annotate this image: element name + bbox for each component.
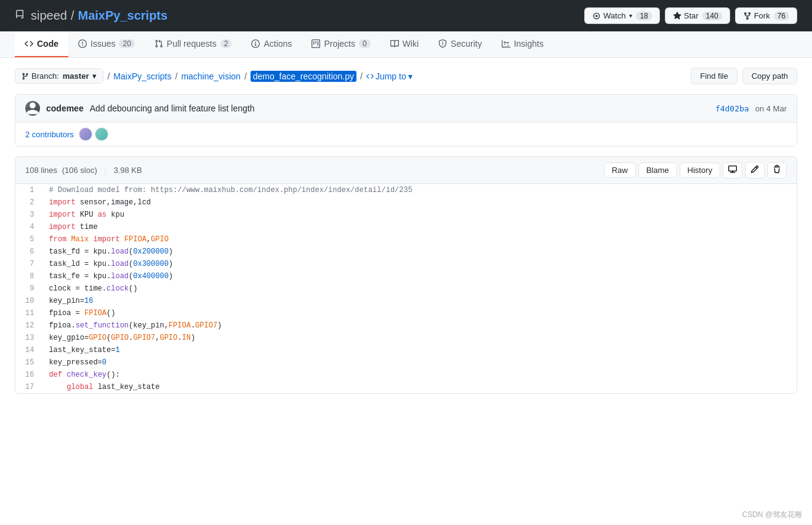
raw-button[interactable]: Raw <box>604 162 636 178</box>
commit-author-avatar <box>25 101 40 116</box>
table-row: 16 def check_key(): <box>15 369 797 381</box>
branch-label: Branch: <box>31 71 59 81</box>
star-button[interactable]: Star 140 <box>665 7 730 24</box>
table-row: 8 task_fe = kpu.load(0x400000) <box>15 270 797 283</box>
line-num[interactable]: 9 <box>15 283 44 295</box>
line-num[interactable]: 16 <box>15 369 44 381</box>
line-num[interactable]: 12 <box>15 319 44 332</box>
tab-bar: Code Issues 20 Pull requests 2 Actions P… <box>0 31 812 58</box>
tab-insights[interactable]: Insights <box>492 31 553 57</box>
tab-projects-badge: 0 <box>359 39 371 48</box>
repo-owner[interactable]: sipeed <box>31 9 67 23</box>
file-lines: 108 lines <box>25 166 57 175</box>
top-actions: Watch ▾ 18 Star 140 Fork 76 <box>584 7 797 24</box>
table-row: 12 fpioa.set_function(key_pin,FPIOA.GPIO… <box>15 319 797 332</box>
blame-button[interactable]: Blame <box>638 162 677 178</box>
line-num[interactable]: 3 <box>15 209 44 221</box>
fork-button[interactable]: Fork 76 <box>735 7 797 24</box>
tab-pr-badge: 2 <box>220 39 232 48</box>
file-meta: 108 lines (106 sloc) | 3.98 KB <box>25 166 142 175</box>
table-row: 5 from Maix import FPIOA,GPIO <box>15 233 797 246</box>
line-num[interactable]: 15 <box>15 356 44 369</box>
line-num[interactable]: 11 <box>15 307 44 319</box>
tab-wiki[interactable]: Wiki <box>380 31 428 57</box>
breadcrumb-repo[interactable]: MaixPy_scripts <box>113 71 171 81</box>
file-header: 108 lines (106 sloc) | 3.98 KB Raw Blame… <box>15 157 797 184</box>
line-num[interactable]: 4 <box>15 221 44 233</box>
line-code: key_pressed=0 <box>44 356 797 369</box>
line-num[interactable]: 5 <box>15 233 44 246</box>
breadcrumb-sep-2: / <box>175 71 177 81</box>
line-num[interactable]: 14 <box>15 344 44 356</box>
tab-security-label: Security <box>451 39 482 49</box>
line-num[interactable]: 10 <box>15 295 44 307</box>
star-label: Star <box>684 11 699 20</box>
branch-selector[interactable]: Branch: master ▾ <box>15 68 103 84</box>
tab-actions[interactable]: Actions <box>241 31 302 57</box>
table-row: 9 clock = time.clock() <box>15 283 797 295</box>
contrib-avatar-2 <box>95 127 108 141</box>
tab-code[interactable]: Code <box>15 31 68 57</box>
commit-hash[interactable]: f4d02ba <box>715 104 749 113</box>
line-num[interactable]: 8 <box>15 270 44 283</box>
find-file-button[interactable]: Find file <box>691 68 738 84</box>
tab-projects[interactable]: Projects 0 <box>302 31 380 57</box>
file-size: 3.98 KB <box>113 166 142 175</box>
line-code: from Maix import FPIOA,GPIO <box>44 233 797 246</box>
line-code: global last_key_state <box>44 381 797 393</box>
code-table: 1 # Download model from: https://www.mai… <box>15 184 797 393</box>
line-code: import KPU as kpu <box>44 209 797 221</box>
tab-issues-label: Issues <box>90 39 115 49</box>
tab-insights-label: Insights <box>514 39 544 49</box>
watch-button[interactable]: Watch ▾ 18 <box>584 7 660 24</box>
edit-icon-button[interactable] <box>745 162 765 178</box>
line-code: key_pin=16 <box>44 295 797 307</box>
commit-section: codemee Add debouncing and limit feature… <box>15 94 797 146</box>
table-row: 15 key_pressed=0 <box>15 356 797 369</box>
watch-count: 18 <box>636 12 651 20</box>
tab-projects-label: Projects <box>324 39 355 49</box>
tab-code-label: Code <box>37 39 58 49</box>
table-row: 10 key_pin=16 <box>15 295 797 307</box>
watch-label: Watch <box>603 11 625 20</box>
line-num[interactable]: 7 <box>15 258 44 270</box>
desktop-icon-button[interactable] <box>723 162 742 178</box>
breadcrumb-sep-4: / <box>360 71 363 81</box>
commit-left: codemee Add debouncing and limit feature… <box>25 101 254 116</box>
line-num[interactable]: 2 <box>15 196 44 209</box>
contrib-avatar-1 <box>79 127 92 141</box>
line-num[interactable]: 17 <box>15 381 44 393</box>
commit-right: f4d02ba on 4 Mar <box>715 104 787 113</box>
line-num[interactable]: 6 <box>15 246 44 258</box>
line-code: import sensor,image,lcd <box>44 196 797 209</box>
tab-issues[interactable]: Issues 20 <box>68 31 145 57</box>
table-row: 4 import time <box>15 221 797 233</box>
contributors-count[interactable]: 2 contributors <box>25 130 74 139</box>
breadcrumb-sep-3: / <box>244 71 247 81</box>
tab-security[interactable]: Security <box>428 31 492 57</box>
table-row: 14 last_key_state=1 <box>15 344 797 356</box>
line-code: task_fe = kpu.load(0x400000) <box>44 270 797 283</box>
breadcrumb-current-file: demo_face_recognition.py <box>251 71 356 82</box>
table-row: 2 import sensor,image,lcd <box>15 196 797 209</box>
file-view: 108 lines (106 sloc) | 3.98 KB Raw Blame… <box>15 156 797 394</box>
repo-name[interactable]: MaixPy_scripts <box>78 9 168 23</box>
jump-to-chevron: ▾ <box>408 71 412 81</box>
line-code: task_fd = kpu.load(0x200000) <box>44 246 797 258</box>
line-code: clock = time.clock() <box>44 283 797 295</box>
line-num[interactable]: 13 <box>15 332 44 344</box>
delete-icon-button[interactable] <box>767 162 787 178</box>
jump-to-link[interactable]: Jump to ▾ <box>366 71 412 81</box>
repo-separator: / <box>71 9 74 23</box>
tab-pull-requests[interactable]: Pull requests 2 <box>145 31 242 57</box>
breadcrumb-folder[interactable]: machine_vision <box>181 71 241 81</box>
commit-date: on 4 Mar <box>755 104 787 113</box>
line-code: task_ld = kpu.load(0x300000) <box>44 258 797 270</box>
breadcrumb: Branch: master ▾ / MaixPy_scripts / mach… <box>15 68 412 84</box>
copy-path-button[interactable]: Copy path <box>742 68 797 84</box>
commit-author-name[interactable]: codemee <box>46 103 84 113</box>
table-row: 7 task_ld = kpu.load(0x300000) <box>15 258 797 270</box>
branch-name: master <box>63 71 89 81</box>
line-num[interactable]: 1 <box>15 184 44 196</box>
history-button[interactable]: History <box>680 162 720 178</box>
